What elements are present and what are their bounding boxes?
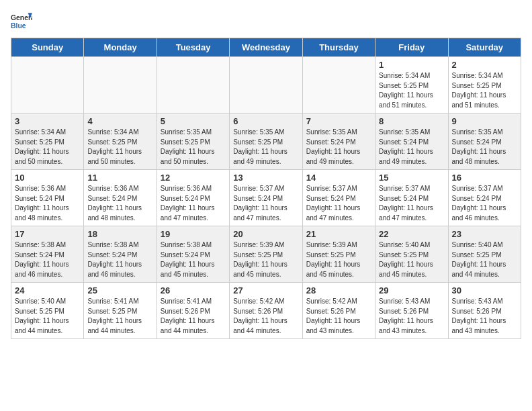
calendar-day-cell: [157, 57, 229, 113]
day-info: Sunrise: 5:41 AMSunset: 5:26 PMDaylight:…: [161, 297, 226, 336]
day-info: Sunrise: 5:34 AMSunset: 5:25 PMDaylight:…: [379, 71, 444, 110]
day-number: 6: [233, 116, 298, 126]
day-number: 18: [87, 229, 152, 239]
day-number: 27: [233, 285, 298, 295]
day-info: Sunrise: 5:38 AMSunset: 5:24 PMDaylight:…: [87, 240, 152, 279]
day-info: Sunrise: 5:40 AMSunset: 5:25 PMDaylight:…: [379, 240, 444, 279]
day-info: Sunrise: 5:37 AMSunset: 5:24 PMDaylight:…: [452, 184, 517, 223]
calendar-header-row: SundayMondayTuesdayWednesdayThursdayFrid…: [11, 38, 521, 57]
page-header: General Blue: [11, 11, 521, 32]
weekday-header-monday: Monday: [84, 38, 157, 57]
day-info: Sunrise: 5:36 AMSunset: 5:24 PMDaylight:…: [161, 184, 226, 223]
day-info: Sunrise: 5:41 AMSunset: 5:25 PMDaylight:…: [87, 297, 152, 336]
day-info: Sunrise: 5:34 AMSunset: 5:25 PMDaylight:…: [15, 128, 80, 167]
day-number: 5: [161, 116, 226, 126]
day-number: 26: [161, 285, 226, 295]
day-number: 1: [379, 60, 444, 70]
calendar-day-cell: 20Sunrise: 5:39 AMSunset: 5:25 PMDayligh…: [230, 226, 302, 283]
calendar-week-row: 24Sunrise: 5:40 AMSunset: 5:25 PMDayligh…: [11, 283, 521, 339]
calendar-day-cell: 25Sunrise: 5:41 AMSunset: 5:25 PMDayligh…: [84, 283, 157, 339]
day-info: Sunrise: 5:37 AMSunset: 5:24 PMDaylight:…: [379, 184, 444, 223]
weekday-header-sunday: Sunday: [11, 38, 84, 57]
day-number: 13: [233, 173, 298, 183]
day-number: 23: [452, 229, 517, 239]
calendar-day-cell: 28Sunrise: 5:42 AMSunset: 5:26 PMDayligh…: [302, 283, 375, 339]
day-number: 30: [452, 285, 517, 295]
day-number: 9: [452, 116, 517, 126]
day-number: 7: [306, 116, 371, 126]
day-number: 28: [306, 285, 371, 295]
day-number: 15: [379, 173, 444, 183]
calendar-day-cell: 13Sunrise: 5:37 AMSunset: 5:24 PMDayligh…: [230, 170, 302, 226]
svg-text:Blue: Blue: [11, 22, 26, 30]
day-info: Sunrise: 5:38 AMSunset: 5:24 PMDaylight:…: [15, 240, 80, 279]
calendar-day-cell: 22Sunrise: 5:40 AMSunset: 5:25 PMDayligh…: [375, 226, 448, 283]
day-info: Sunrise: 5:40 AMSunset: 5:25 PMDaylight:…: [452, 240, 517, 279]
calendar-day-cell: 27Sunrise: 5:42 AMSunset: 5:26 PMDayligh…: [230, 283, 302, 339]
day-number: 3: [15, 116, 80, 126]
day-number: 14: [306, 173, 371, 183]
weekday-header-thursday: Thursday: [302, 38, 375, 57]
day-number: 16: [452, 173, 517, 183]
calendar-day-cell: 21Sunrise: 5:39 AMSunset: 5:25 PMDayligh…: [302, 226, 375, 283]
day-info: Sunrise: 5:35 AMSunset: 5:24 PMDaylight:…: [379, 128, 444, 167]
logo-icon: General Blue: [11, 11, 32, 32]
calendar-day-cell: 5Sunrise: 5:35 AMSunset: 5:25 PMDaylight…: [157, 113, 229, 170]
day-info: Sunrise: 5:36 AMSunset: 5:24 PMDaylight:…: [87, 184, 152, 223]
calendar-day-cell: [230, 57, 302, 113]
calendar-day-cell: 7Sunrise: 5:35 AMSunset: 5:24 PMDaylight…: [302, 113, 375, 170]
day-info: Sunrise: 5:43 AMSunset: 5:26 PMDaylight:…: [452, 297, 517, 336]
calendar-table: SundayMondayTuesdayWednesdayThursdayFrid…: [11, 38, 521, 339]
calendar-day-cell: 26Sunrise: 5:41 AMSunset: 5:26 PMDayligh…: [157, 283, 229, 339]
calendar-week-row: 10Sunrise: 5:36 AMSunset: 5:24 PMDayligh…: [11, 170, 521, 226]
logo: General Blue: [11, 11, 35, 32]
day-info: Sunrise: 5:40 AMSunset: 5:25 PMDaylight:…: [15, 297, 80, 336]
day-number: 10: [15, 173, 80, 183]
day-number: 17: [15, 229, 80, 239]
calendar-day-cell: 17Sunrise: 5:38 AMSunset: 5:24 PMDayligh…: [11, 226, 84, 283]
day-number: 19: [161, 229, 226, 239]
calendar-day-cell: 1Sunrise: 5:34 AMSunset: 5:25 PMDaylight…: [375, 57, 448, 113]
weekday-header-tuesday: Tuesday: [157, 38, 229, 57]
day-info: Sunrise: 5:43 AMSunset: 5:26 PMDaylight:…: [379, 297, 444, 336]
calendar-day-cell: [11, 57, 84, 113]
day-number: 12: [161, 173, 226, 183]
day-info: Sunrise: 5:38 AMSunset: 5:24 PMDaylight:…: [161, 240, 226, 279]
calendar-week-row: 1Sunrise: 5:34 AMSunset: 5:25 PMDaylight…: [11, 57, 521, 113]
calendar-day-cell: 18Sunrise: 5:38 AMSunset: 5:24 PMDayligh…: [84, 226, 157, 283]
calendar-day-cell: 4Sunrise: 5:34 AMSunset: 5:25 PMDaylight…: [84, 113, 157, 170]
day-info: Sunrise: 5:35 AMSunset: 5:24 PMDaylight:…: [306, 128, 371, 167]
calendar-day-cell: 2Sunrise: 5:34 AMSunset: 5:25 PMDaylight…: [448, 57, 521, 113]
calendar-week-row: 3Sunrise: 5:34 AMSunset: 5:25 PMDaylight…: [11, 113, 521, 170]
day-number: 22: [379, 229, 444, 239]
day-info: Sunrise: 5:42 AMSunset: 5:26 PMDaylight:…: [306, 297, 371, 336]
calendar-day-cell: 9Sunrise: 5:35 AMSunset: 5:24 PMDaylight…: [448, 113, 521, 170]
day-number: 20: [233, 229, 298, 239]
day-number: 4: [87, 116, 152, 126]
day-info: Sunrise: 5:34 AMSunset: 5:25 PMDaylight:…: [87, 128, 152, 167]
weekday-header-wednesday: Wednesday: [230, 38, 302, 57]
calendar-day-cell: 30Sunrise: 5:43 AMSunset: 5:26 PMDayligh…: [448, 283, 521, 339]
day-info: Sunrise: 5:35 AMSunset: 5:24 PMDaylight:…: [452, 128, 517, 167]
day-info: Sunrise: 5:37 AMSunset: 5:24 PMDaylight:…: [233, 184, 298, 223]
day-info: Sunrise: 5:37 AMSunset: 5:24 PMDaylight:…: [306, 184, 371, 223]
calendar-day-cell: 15Sunrise: 5:37 AMSunset: 5:24 PMDayligh…: [375, 170, 448, 226]
calendar-day-cell: [84, 57, 157, 113]
day-number: 29: [379, 285, 444, 295]
calendar-week-row: 17Sunrise: 5:38 AMSunset: 5:24 PMDayligh…: [11, 226, 521, 283]
calendar-day-cell: [302, 57, 375, 113]
calendar-day-cell: 14Sunrise: 5:37 AMSunset: 5:24 PMDayligh…: [302, 170, 375, 226]
day-info: Sunrise: 5:39 AMSunset: 5:25 PMDaylight:…: [306, 240, 371, 279]
day-number: 2: [452, 60, 517, 70]
day-number: 21: [306, 229, 371, 239]
day-info: Sunrise: 5:35 AMSunset: 5:25 PMDaylight:…: [233, 128, 298, 167]
day-number: 8: [379, 116, 444, 126]
calendar-day-cell: 11Sunrise: 5:36 AMSunset: 5:24 PMDayligh…: [84, 170, 157, 226]
calendar-day-cell: 8Sunrise: 5:35 AMSunset: 5:24 PMDaylight…: [375, 113, 448, 170]
day-info: Sunrise: 5:42 AMSunset: 5:26 PMDaylight:…: [233, 297, 298, 336]
day-info: Sunrise: 5:36 AMSunset: 5:24 PMDaylight:…: [15, 184, 80, 223]
day-number: 25: [87, 285, 152, 295]
day-info: Sunrise: 5:39 AMSunset: 5:25 PMDaylight:…: [233, 240, 298, 279]
calendar-day-cell: 6Sunrise: 5:35 AMSunset: 5:25 PMDaylight…: [230, 113, 302, 170]
calendar-day-cell: 29Sunrise: 5:43 AMSunset: 5:26 PMDayligh…: [375, 283, 448, 339]
